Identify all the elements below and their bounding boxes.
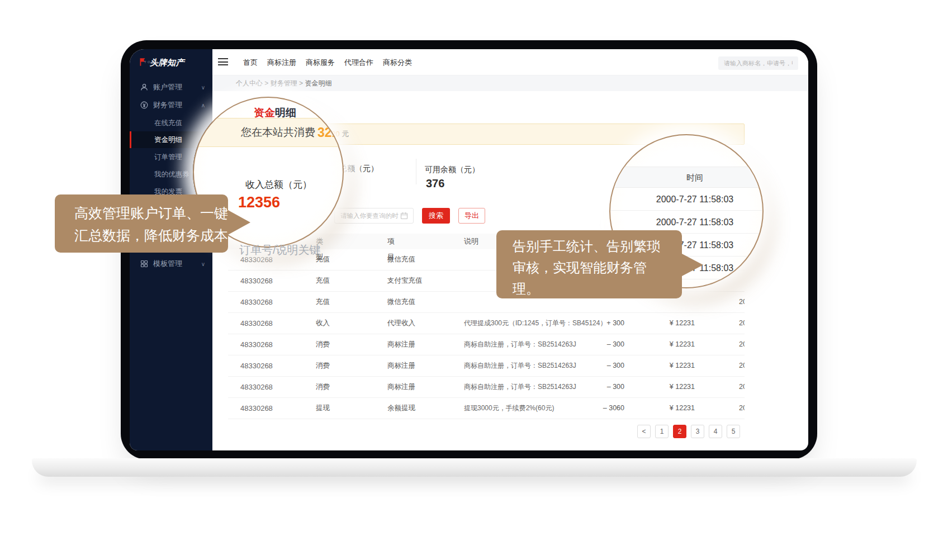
search-button[interactable]: 搜索 xyxy=(422,208,450,224)
nav-trademark-register[interactable]: 商标注册 xyxy=(267,58,296,68)
page-button-2-active[interactable]: 2 xyxy=(673,425,686,438)
prev-page-button[interactable]: < xyxy=(637,425,651,438)
lens-notice-bar: 您在本站共消费 32124 大 xyxy=(193,118,344,147)
sidebar-item-label: 模板管理 xyxy=(153,259,182,269)
sidebar-item-online-recharge[interactable]: 在线充值 xyxy=(130,115,212,131)
col-desc-header: 说明 xyxy=(464,234,478,249)
sidebar-item-template[interactable]: 模板管理 ∨ xyxy=(130,255,212,273)
table-row: 48330268消费商标注册商标自助注册，订单号：SB2514263J– 300… xyxy=(228,334,745,355)
person-icon xyxy=(140,83,149,92)
page-button-4[interactable]: 4 xyxy=(709,425,722,438)
nav-trademark-category[interactable]: 商标分类 xyxy=(383,58,412,68)
breadcrumb-bar: 个人中心 > 财务管理 > 资金明细 xyxy=(212,75,808,91)
callout-right-line2: 审核，实现智能财务管 xyxy=(513,257,682,278)
table-row: 48330268提现余额提现提现3000元，手续费2%(60元)– 3060¥ … xyxy=(228,398,745,419)
template-grid-icon xyxy=(140,259,149,268)
lens-notice-prefix: 您在本站共消费 xyxy=(241,125,315,140)
chevron-down-icon: ∨ xyxy=(201,84,205,91)
app-screen: 头牌知产 TOUPAI.COM 账户管理 ∨ 财务管理 ∧ 在线充值 资金明细 … xyxy=(130,49,808,450)
brand-subtitle: TOUPAI.COM xyxy=(144,60,179,64)
balance-label: 可用余额（元） xyxy=(425,165,480,175)
calendar-icon xyxy=(400,212,408,220)
sidebar-item-label: 账户管理 xyxy=(153,82,182,92)
callout-left: 高效管理账户订单、一键 汇总数据，降低财务成本 xyxy=(55,194,228,253)
table-row: 48330268消费商标注册商标自助注册，订单号：SB2514263J– 300… xyxy=(228,355,745,377)
page-button-3[interactable]: 3 xyxy=(691,425,704,438)
search-input[interactable] xyxy=(718,56,798,70)
laptop-base xyxy=(32,458,917,477)
pagination: < 1 2 3 4 5 xyxy=(637,425,740,438)
balance-value: 376 xyxy=(426,177,444,190)
hamburger-menu-icon[interactable] xyxy=(218,58,228,68)
stat-divider xyxy=(416,159,416,184)
sidebar-item-label: 财务管理 xyxy=(153,100,182,110)
export-button[interactable]: 导出 xyxy=(458,208,485,224)
callout-left-line1: 高效管理账户订单、一键 xyxy=(74,202,228,224)
lens-income-value: 12356 xyxy=(238,194,280,211)
page-button-5[interactable]: 5 xyxy=(727,425,740,438)
chevron-down-icon: ∨ xyxy=(201,261,205,267)
nav-trademark-service[interactable]: 商标服务 xyxy=(306,58,335,68)
callout-right: 告别手工统计、告别繁琐 审核，实现智能财务管 理。 xyxy=(496,230,682,298)
table-row: 48330268收入代理收入代理提成300元（ID:1245，订单号：SB451… xyxy=(228,313,745,334)
sidebar-item-account[interactable]: 账户管理 ∨ xyxy=(130,78,212,96)
sidebar-item-finance[interactable]: 财务管理 ∧ xyxy=(130,96,212,114)
breadcrumb-current: 资金明细 xyxy=(305,79,331,87)
lens-income-label: 收入总额（元） xyxy=(245,178,312,191)
top-nav: 首页 商标注册 商标服务 代理合作 商标分类 xyxy=(243,49,412,75)
sort-chevron-icon: ∨ xyxy=(390,234,394,249)
page-button-1[interactable]: 1 xyxy=(655,425,669,438)
breadcrumb-prefix: 个人中心 > 财务管理 > xyxy=(236,79,303,87)
table-row: 48330268消费商标注册商标自助注册，订单号：SB2514263J– 300… xyxy=(228,377,745,398)
lens-tab-dark: 明细 xyxy=(275,107,296,118)
lens-column-header-text: 订单号/说明关键 xyxy=(239,243,321,258)
chevron-up-icon: ∧ xyxy=(201,102,205,108)
callout-right-line3: 理。 xyxy=(513,278,682,300)
nav-home[interactable]: 首页 xyxy=(243,58,258,68)
notice-small-unit: 元 xyxy=(342,130,349,138)
callout-left-line2: 汇总数据，降低财务成本 xyxy=(74,224,228,246)
callout-right-line1: 告别手工统计、告别繁琐 xyxy=(513,236,682,257)
breadcrumb: 个人中心 > 财务管理 > 资金明细 xyxy=(236,75,331,91)
finance-coin-icon xyxy=(140,101,149,110)
nav-agent-cooperation[interactable]: 代理合作 xyxy=(344,58,373,68)
lens-timestamp: 2000-7-27 11:58:03 xyxy=(610,188,764,211)
lens-tab-red: 资金 xyxy=(254,107,275,118)
lens-time-header: 时间 xyxy=(610,167,764,188)
